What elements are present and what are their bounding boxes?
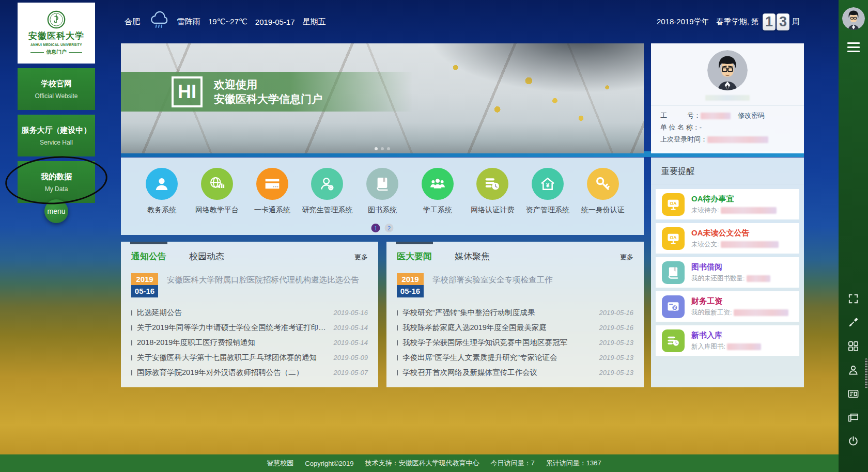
fullscreen-icon[interactable]	[847, 293, 859, 305]
salary-card-icon: ¥	[662, 295, 685, 318]
app-jiaowu[interactable]: 教务系统	[134, 168, 190, 235]
featured-notice-title[interactable]: 安徽医科大学附属口腔医院招标代理机构遴选比选公告	[167, 275, 359, 297]
oa-monitor-icon: OA	[662, 193, 685, 216]
app-label: 网络认证计费	[471, 206, 514, 215]
reminder-salary[interactable]: ¥ 财务工资 我的最新工资:	[656, 291, 799, 322]
staff-id-row: 工 号：修改密码	[660, 109, 795, 121]
oa-monitor-icon: OA	[662, 227, 685, 250]
notice-title[interactable]: 2018-2019年度职工医疗费报销通知	[137, 338, 328, 348]
user-profile-card: 工 号：修改密码 单 位 名 称：- 上次登录时间：	[651, 43, 804, 153]
notice-title[interactable]: 关于2019年同等学力申请硕士学位全国统考准考证打印的通知	[137, 323, 328, 333]
featured-notice[interactable]: 2019 05-16 安徽医科大学附属口腔医院招标代理机构遴选比选公告	[131, 273, 368, 297]
news-row: 李俊出席“医学生人文素质提升研究”专家论证会2019-05-13	[397, 350, 633, 365]
id-card-icon[interactable]	[847, 388, 859, 400]
rule-right	[69, 52, 82, 53]
hamburger-menu-icon[interactable]	[847, 42, 860, 52]
notices-more-link[interactable]: 更多	[354, 253, 368, 262]
reminder-desc: 未读待办:	[691, 207, 719, 214]
university-emblem-icon	[47, 10, 66, 29]
redacted-count	[727, 343, 761, 350]
apps-page-2[interactable]: 2	[385, 224, 394, 232]
app-tongyi-shenfen[interactable]: 统一身份认证	[575, 168, 630, 235]
apps-page-1[interactable]: 1	[371, 224, 380, 232]
sidebar-item-label-cn: 我的数据	[41, 172, 72, 182]
app-yikatong[interactable]: 一卡通系统	[244, 168, 300, 235]
notice-date: 2019-05-14	[334, 339, 368, 347]
footer-visits-today: 今日访问量：7	[490, 459, 534, 468]
banner-slide-dots[interactable]	[375, 147, 390, 150]
news-more-link[interactable]: 更多	[620, 253, 633, 262]
profile-person-icon[interactable]	[847, 364, 859, 376]
tab-university-news[interactable]: 医大要闻	[397, 250, 432, 262]
featured-news-title[interactable]: 学校部署实验室安全专项检查工作	[432, 275, 553, 297]
notice-row: 国际教育学院2019年对外汉语教师招聘公告（二）2019-05-07	[131, 365, 368, 380]
reminder-desc: 未读公文:	[691, 241, 719, 248]
power-logout-icon[interactable]	[847, 435, 859, 447]
reminder-oa-unread-docs[interactable]: OA OA未读公文公告 未读公文:	[656, 223, 799, 254]
reminder-title[interactable]: 图书借阅	[691, 262, 770, 272]
news-date: 2019-05-13	[599, 369, 634, 376]
university-news-card: 医大要闻 媒体聚焦 更多 2019 05-16 学校部署实验室安全专项检查工作 …	[386, 242, 644, 387]
reminder-oa-todo[interactable]: OA OA待办事宜 未读待办:	[656, 189, 799, 219]
slide-dot[interactable]	[375, 147, 378, 150]
app-wangluo-jiaoxue[interactable]: 网络教学平台	[190, 168, 245, 235]
news-title[interactable]: 我校陈孝龄家庭入选2019年度全国最美家庭	[402, 323, 593, 333]
main-content: HI 欢迎使用 安徽医科大学信息门户 教务系统	[121, 43, 644, 387]
notices-card: 通知公告 校园动态 更多 2019 05-16 安徽医科大学附属口腔医院招标代理…	[121, 242, 378, 387]
svg-text:OA: OA	[670, 200, 677, 206]
featured-news[interactable]: 2019 05-16 学校部署实验室安全专项检查工作	[397, 273, 633, 297]
welcome-banner[interactable]: HI 欢迎使用 安徽医科大学信息门户	[121, 43, 644, 153]
app-yanjiusheng[interactable]: 研究生管理系统	[300, 168, 355, 235]
slide-dot[interactable]	[381, 147, 384, 150]
reminder-title[interactable]: 财务工资	[691, 296, 788, 306]
reminder-library-borrow[interactable]: 图书借阅 我的未还图书数量:	[656, 257, 799, 288]
notice-date: 2019-05-07	[334, 369, 368, 376]
reminder-title[interactable]: OA待办事宜	[691, 194, 777, 204]
toolbar-avatar[interactable]	[842, 7, 865, 30]
notice-date: 2019-05-16	[334, 309, 368, 317]
academic-year-label: 2018-2019学年	[657, 17, 709, 27]
tab-campus-news[interactable]: 校园动态	[189, 250, 224, 262]
tab-media-focus[interactable]: 媒体聚焦	[455, 250, 490, 262]
modify-password-link[interactable]: 修改密码	[738, 112, 765, 119]
tab-notices[interactable]: 通知公告	[131, 250, 166, 262]
university-logo[interactable]: 安徽医科大学 ANHUI MEDICAL UNIVERSITY 信息门户	[18, 3, 95, 64]
weather-bar: 合肥 雷阵雨 19℃~27℃ 2019-05-17 星期五	[125, 14, 326, 29]
notice-row: 关于安徽医科大学第十七届教职工乒乓球团体赛的通知2019-05-09	[131, 350, 368, 365]
app-label: 学工系统	[423, 206, 452, 215]
notice-title[interactable]: 关于安徽医科大学第十七届教职工乒乓球团体赛的通知	[137, 353, 328, 363]
footer-visits-total: 累计访问量：1367	[546, 459, 601, 468]
app-label: 资产管理系统	[526, 206, 569, 215]
week-digit: 3	[777, 13, 789, 30]
house-yen-icon: ¥	[532, 168, 564, 200]
app-renzheng-jifei[interactable]: 网络认证计费	[465, 168, 520, 235]
reminder-new-books[interactable]: 新书入库 新入库图书:	[656, 325, 799, 356]
app-label: 网络教学平台	[195, 206, 239, 215]
notice-title[interactable]: 比选延期公告	[137, 308, 328, 318]
scrollbar-thumb[interactable]	[865, 358, 867, 388]
sidebar-item-official-website[interactable]: 学校官网 Official Website	[18, 68, 95, 110]
reminder-title[interactable]: 新书入库	[691, 331, 761, 340]
redacted-count	[721, 241, 779, 248]
slide-dot[interactable]	[387, 147, 390, 150]
app-xuegong[interactable]: 学工系统	[410, 168, 465, 235]
news-title[interactable]: 我校学子荣获国际生理学知识竞赛中国地区赛冠军	[402, 338, 593, 348]
menu-button[interactable]: menu	[44, 199, 68, 223]
reminder-desc: 新入库图书:	[691, 343, 725, 350]
notice-title[interactable]: 国际教育学院2019年对外汉语教师招聘公告（二）	[137, 368, 328, 377]
sidebar-item-service-hall[interactable]: 服务大厅（建设中） Service Hall	[18, 115, 95, 156]
window-layout-icon[interactable]	[847, 412, 859, 423]
news-date: 2019-05-13	[599, 354, 634, 361]
news-title[interactable]: 学校召开首次网络及新媒体宣传工作会议	[402, 368, 593, 377]
news-title[interactable]: 李俊出席“医学生人文素质提升研究”专家论证会	[402, 353, 593, 363]
app-zichan[interactable]: ¥ 资产管理系统	[520, 168, 576, 235]
active-tab-indicator	[130, 242, 167, 244]
reminder-title[interactable]: OA未读公文公告	[691, 228, 779, 238]
rule-left	[30, 52, 44, 53]
theme-brush-icon[interactable]	[847, 317, 859, 328]
news-title[interactable]: 学校研究“严强转”集中整治行动制度成果	[402, 308, 593, 318]
redacted-last-login	[707, 136, 768, 143]
sidebar-item-my-data[interactable]: 我的数据 My Data	[18, 161, 95, 203]
apps-grid-icon[interactable]	[847, 340, 859, 352]
right-panel: 工 号：修改密码 单 位 名 称：- 上次登录时间： 重要提醒 OA OA待办事…	[651, 43, 804, 387]
